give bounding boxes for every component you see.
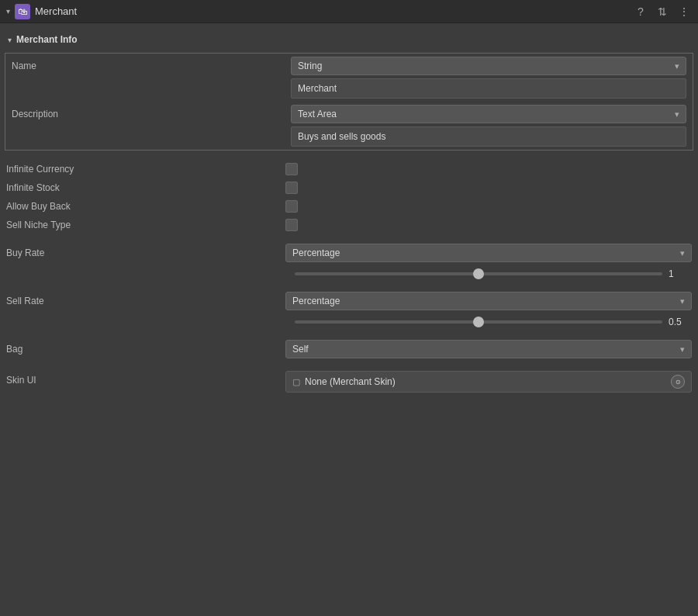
merchant-component-icon: 🛍 (15, 4, 30, 19)
infinite-currency-row: Infinite Currency (0, 160, 698, 178)
buy-rate-value-container: Percentage (285, 244, 692, 262)
description-type-dropdown[interactable]: Text Area (291, 105, 686, 123)
buy-rate-label: Buy Rate (6, 244, 285, 258)
bag-label: Bag (6, 340, 285, 355)
sell-rate-dropdown[interactable]: Percentage (285, 292, 692, 310)
skin-ui-target-button[interactable]: ⊙ (671, 375, 685, 389)
skin-ui-row: Skin UI ▢ None (Merchant Skin) ⊙ (0, 368, 698, 396)
buy-rate-slider[interactable] (295, 272, 662, 275)
sell-niche-type-checkbox[interactable] (285, 219, 298, 231)
sell-niche-type-row: Sell Niche Type (0, 216, 698, 234)
allow-buy-back-checkbox[interactable] (285, 200, 298, 213)
description-label: Description (12, 105, 291, 119)
inspector-content: ▾ Merchant Info Name String Merchant Des… (0, 23, 698, 396)
infinite-currency-checkbox[interactable] (285, 163, 298, 175)
description-property-row: Description Text Area Buys and sells goo… (5, 102, 693, 150)
titlebar-actions: ? ⇅ ⋮ (633, 5, 692, 18)
skin-ui-value-container: ▢ None (Merchant Skin) ⊙ (285, 371, 692, 393)
infinite-currency-label: Infinite Currency (6, 164, 285, 175)
buy-rate-row: Buy Rate Percentage (0, 241, 698, 265)
name-type-dropdown[interactable]: String (291, 57, 686, 75)
allow-buy-back-label: Allow Buy Back (6, 201, 285, 212)
skin-ui-value: None (Merchant Skin) (305, 376, 396, 387)
name-dropdown-arrow (675, 61, 679, 71)
description-value-container: Text Area Buys and sells goods (291, 105, 686, 147)
infinite-stock-checkbox[interactable] (285, 182, 298, 194)
help-button[interactable]: ? (633, 5, 648, 18)
sell-rate-row: Sell Rate Percentage (0, 289, 698, 313)
name-value-container: String Merchant (291, 57, 686, 99)
section-collapse-icon: ▾ (8, 36, 12, 44)
buy-rate-dropdown[interactable]: Percentage (285, 244, 692, 262)
name-type-value: String (298, 61, 322, 71)
svg-text:🛍: 🛍 (18, 6, 27, 17)
description-dropdown-arrow (675, 109, 679, 119)
merchant-info-box: Name String Merchant Description Text Ar… (5, 53, 693, 151)
buy-rate-value-display: 1 (669, 268, 692, 279)
bag-dropdown-arrow (680, 344, 685, 355)
sell-rate-dropdown-arrow (680, 296, 685, 306)
sell-niche-type-label: Sell Niche Type (6, 220, 285, 230)
file-icon: ▢ (292, 377, 300, 387)
buy-rate-type: Percentage (292, 247, 340, 258)
sell-rate-slider-row: 0.5 (0, 313, 698, 330)
description-type-value: Text Area (298, 109, 337, 119)
checkbox-section: Infinite Currency Infinite Stock Allow B… (0, 160, 698, 234)
skin-ui-left: ▢ None (Merchant Skin) (292, 376, 396, 387)
description-text-value[interactable]: Buys and sells goods (291, 126, 686, 147)
sell-rate-value-display: 0.5 (669, 317, 692, 327)
filter-button[interactable]: ⇅ (655, 5, 670, 18)
window-title: Merchant (35, 5, 633, 17)
bag-dropdown[interactable]: Self (285, 340, 692, 358)
sell-rate-slider[interactable] (295, 320, 662, 324)
merchant-info-section-header[interactable]: ▾ Merchant Info (0, 29, 698, 50)
name-property-row: Name String Merchant (5, 54, 693, 102)
titlebar: ▾ 🛍 Merchant ? ⇅ ⋮ (0, 0, 698, 23)
sell-rate-value-container: Percentage (285, 292, 692, 310)
buy-rate-slider-row: 1 (0, 265, 698, 282)
bag-value-container: Self (285, 340, 692, 358)
infinite-stock-label: Infinite Stock (6, 182, 285, 193)
name-label: Name (12, 57, 291, 71)
sell-rate-type: Percentage (292, 296, 340, 306)
sell-rate-section: Sell Rate Percentage 0.5 (0, 289, 698, 330)
more-button[interactable]: ⋮ (676, 5, 692, 18)
name-text-value[interactable]: Merchant (291, 78, 686, 99)
buy-rate-section: Buy Rate Percentage 1 (0, 241, 698, 282)
bag-row: Bag Self (0, 337, 698, 362)
bag-value: Self (292, 344, 309, 355)
allow-buy-back-row: Allow Buy Back (0, 197, 698, 216)
collapse-arrow-icon[interactable]: ▾ (6, 7, 10, 16)
buy-rate-dropdown-arrow (680, 248, 685, 258)
skin-ui-label: Skin UI (6, 371, 285, 386)
skin-ui-dropdown[interactable]: ▢ None (Merchant Skin) ⊙ (285, 371, 692, 393)
infinite-stock-row: Infinite Stock (0, 178, 698, 197)
sell-rate-label: Sell Rate (6, 292, 285, 306)
section-title: Merchant Info (16, 34, 78, 45)
